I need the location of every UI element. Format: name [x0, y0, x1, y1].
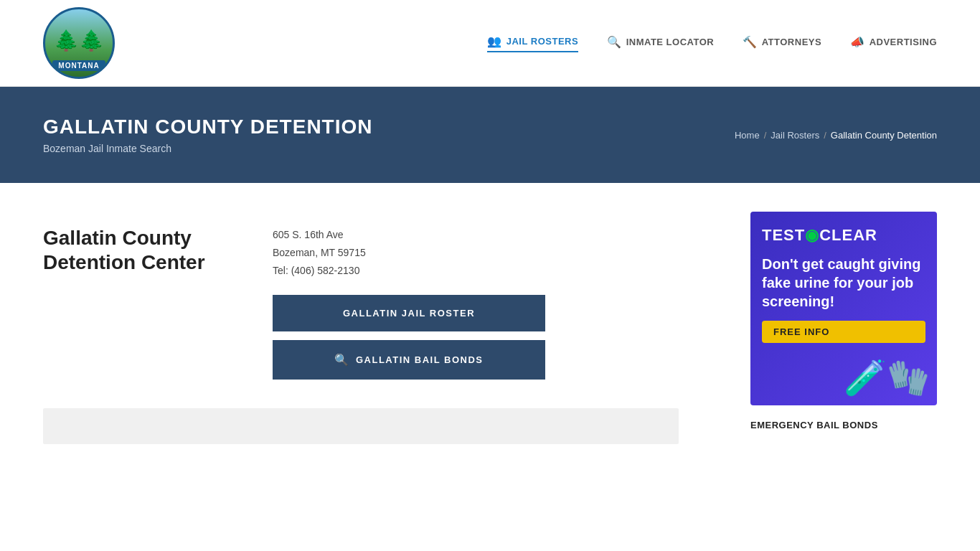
logo-state-label: MONTANA — [52, 60, 105, 71]
facility-address: 605 S. 16th Ave Bozeman, MT 59715 Tel: (… — [273, 226, 722, 281]
nav-attorneys[interactable]: 🔨 ATTORNEYS — [743, 35, 821, 52]
site-header: 🌲🌲 MONTANA 👥 JAIL ROSTERS 🔍 INMATE LOCAT… — [0, 0, 980, 87]
page-title: GALLATIN COUNTY DETENTION — [43, 116, 373, 138]
main-nav: 👥 JAIL ROSTERS 🔍 INMATE LOCATOR 🔨 ATTORN… — [487, 34, 937, 52]
facility-section: Gallatin County Detention Center 605 S. … — [0, 212, 722, 408]
breadcrumb-home[interactable]: Home — [735, 130, 760, 141]
hero-band: GALLATIN COUNTY DETENTION Bozeman Jail I… — [0, 87, 980, 183]
ad-cta-button[interactable]: FREE INFO — [762, 321, 925, 343]
search-icon: 🔍 — [334, 353, 350, 367]
logo-trees-icon: 🌲🌲 — [54, 29, 104, 52]
inmate-locator-icon: 🔍 — [607, 35, 622, 49]
attorneys-icon: 🔨 — [743, 35, 758, 49]
ad-panel[interactable]: TEST◉CLEAR Don't get caught giving fake … — [750, 212, 937, 405]
facility-phone: Tel: (406) 582-2130 — [273, 262, 722, 280]
site-logo: 🌲🌲 MONTANA — [43, 7, 115, 79]
breadcrumb: Home / Jail Rosters / Gallatin County De… — [735, 130, 937, 141]
page-subtitle: Bozeman Jail Inmate Search — [43, 143, 373, 154]
ad-cup-icon: 🧪🧤 — [844, 358, 930, 398]
nav-jail-rosters[interactable]: 👥 JAIL ROSTERS — [487, 34, 578, 52]
breadcrumb-jail-rosters[interactable]: Jail Rosters — [771, 130, 819, 141]
bottom-strip — [43, 408, 679, 444]
jail-roster-button[interactable]: GALLATIN JAIL ROSTER — [273, 295, 545, 331]
ad-logo: TEST◉CLEAR — [762, 226, 925, 245]
logo-area: 🌲🌲 MONTANA — [43, 7, 115, 79]
facility-details: 605 S. 16th Ave Bozeman, MT 59715 Tel: (… — [273, 226, 722, 380]
address-line1: 605 S. 16th Ave — [273, 226, 722, 244]
nav-advertising[interactable]: 📣 ADVERTISING — [850, 35, 937, 52]
advertising-icon: 📣 — [850, 35, 865, 49]
bail-bonds-button[interactable]: 🔍 GALLATIN BAIL BONDS — [273, 340, 545, 380]
breadcrumb-sep-2: / — [824, 130, 826, 141]
facility-name: Gallatin County Detention Center — [43, 226, 244, 274]
ad-tagline: Don't get caught giving fake urine for y… — [762, 255, 925, 311]
emergency-bail-bonds-title: EMERGENCY BAIL BONDS — [750, 420, 937, 430]
address-line2: Bozeman, MT 59715 — [273, 244, 722, 262]
breadcrumb-current: Gallatin County Detention — [831, 130, 937, 141]
main-content-area: Gallatin County Detention Center 605 S. … — [0, 212, 722, 444]
breadcrumb-sep-1: / — [764, 130, 767, 141]
jail-rosters-icon: 👥 — [487, 34, 502, 48]
nav-inmate-locator[interactable]: 🔍 INMATE LOCATOR — [607, 35, 714, 52]
sidebar: TEST◉CLEAR Don't get caught giving fake … — [750, 212, 937, 444]
hero-title-area: GALLATIN COUNTY DETENTION Bozeman Jail I… — [43, 116, 373, 154]
